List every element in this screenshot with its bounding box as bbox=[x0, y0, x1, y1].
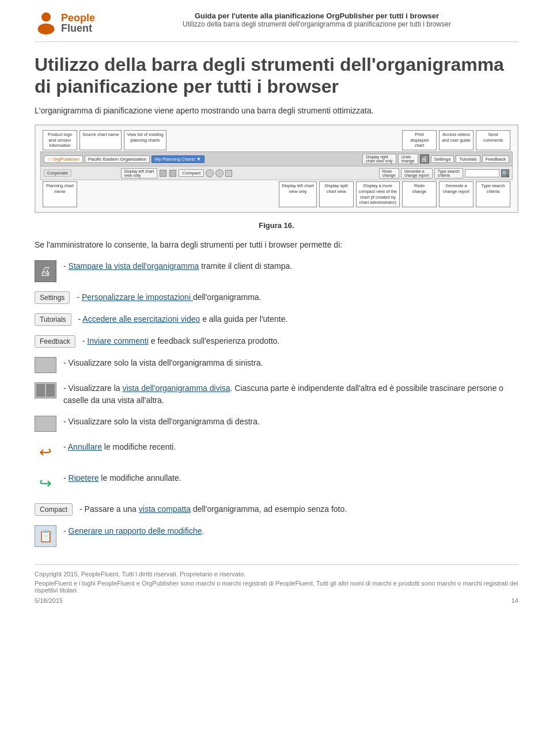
planning-charts-btn[interactable]: My Planning Charts ▼ bbox=[151, 155, 204, 163]
footer-page-number: 14 bbox=[512, 597, 518, 604]
feature-right-view-text: - Visualizzare solo la vista dell'organi… bbox=[63, 416, 518, 428]
feedback-btn-icon: Feedback bbox=[35, 335, 75, 348]
print-icon-large: 🖨 bbox=[35, 260, 56, 282]
toolbar-row-2: Corporate Display left chartview only Co… bbox=[40, 166, 513, 180]
peoplefluent-logo-icon bbox=[35, 12, 58, 35]
logo-box: People Fluent bbox=[35, 12, 115, 35]
link-compact[interactable]: vista compatta bbox=[139, 504, 191, 514]
logo-area: People Fluent bbox=[35, 12, 115, 35]
feature-tutorials-text: - Accedere alle esercitazioni video e al… bbox=[78, 313, 518, 325]
split-view-icon-2 bbox=[169, 170, 176, 177]
split-view-icon-1 bbox=[160, 170, 166, 177]
link-tutorials[interactable]: Accedere alle esercitazioni video bbox=[82, 314, 200, 324]
link-feedback[interactable]: Inviare commenti bbox=[87, 336, 149, 345]
intro-text: L'organigramma di pianificazione viene a… bbox=[35, 106, 518, 115]
feature-split-view: - Visualizzare la vista dell'organigramm… bbox=[35, 382, 518, 407]
feature-feedback: Feedback - Inviare commenti e feedback s… bbox=[35, 335, 518, 348]
right-view-icon bbox=[35, 416, 56, 432]
link-undo[interactable]: Annullare bbox=[68, 442, 102, 451]
link-split-view[interactable]: vista dell'organigramma divisa bbox=[122, 383, 230, 393]
feature-report: 📋 - Generare un rapporto delle modifiche… bbox=[35, 525, 518, 547]
tutorials-btn-icon: Tutorials bbox=[35, 313, 71, 326]
display-right-btn[interactable]: Display rightchart view only bbox=[362, 154, 396, 164]
settings-btn[interactable]: Settings bbox=[431, 155, 454, 163]
undo-btn[interactable]: Undochange bbox=[398, 154, 418, 164]
logo-fluent-text: Fluent bbox=[61, 23, 95, 33]
report-icon-large: 📋 bbox=[35, 525, 56, 547]
feature-redo-text: - Ripetere le modifiche annullate. bbox=[63, 472, 518, 484]
figure-caption: Figura 16. bbox=[35, 221, 518, 230]
page-title: Utilizzo della barra degli strumenti del… bbox=[35, 54, 518, 98]
svg-point-1 bbox=[38, 24, 55, 35]
redo-icon: ↪ bbox=[35, 472, 56, 494]
header-title-area: Guida per l'utente alla pianificazione O… bbox=[115, 12, 518, 28]
annot-compact-view: Display a morecompact view of thechart (… bbox=[356, 181, 400, 207]
logo-people-text: People bbox=[61, 13, 95, 23]
corporate-label: Corporate bbox=[44, 169, 71, 177]
tutorials-btn[interactable]: Tutorials bbox=[456, 155, 480, 163]
feature-redo: ↪ - Ripetere le modifiche annullate. bbox=[35, 472, 518, 494]
toolbar-diagram: Product logoand versioninformation Sourc… bbox=[35, 124, 518, 213]
link-redo[interactable]: Ripetere bbox=[69, 473, 99, 483]
search-criteria-btn[interactable]: Type searchcriteria bbox=[434, 168, 463, 178]
compact-icon bbox=[206, 169, 214, 177]
annot-product-logo: Product logoand versioninformation bbox=[43, 130, 77, 150]
header-main-title: Guida per l'utente alla pianificazione O… bbox=[115, 12, 518, 20]
display-left-btn[interactable]: Display left chartview only bbox=[121, 168, 158, 178]
trademark-text: PeopleFluent e i loghi PeopleFluent e Or… bbox=[35, 580, 518, 594]
compact-btn[interactable]: Compact bbox=[179, 169, 204, 177]
annot-display-split: Display splitchart view bbox=[319, 181, 354, 207]
feature-tutorials: Tutorials - Accedere alle esercitazioni … bbox=[35, 313, 518, 326]
feature-undo: ↩ - Annullare le modifiche recenti. bbox=[35, 441, 518, 463]
feature-undo-text: - Annullare le modifiche recenti. bbox=[63, 441, 518, 453]
annot-planning-chart-name: Planning chartname bbox=[43, 181, 77, 207]
feature-compact: Compact - Passare a una vista compatta d… bbox=[35, 503, 518, 516]
preamble-text: Se l'amministratore lo consente, la barr… bbox=[35, 239, 518, 251]
annot-source-chart: Source chart name bbox=[79, 130, 122, 150]
feature-feedback-text: - Inviare commenti e feedback sull'esper… bbox=[82, 335, 518, 347]
svg-point-0 bbox=[41, 13, 51, 22]
search-box[interactable] bbox=[465, 169, 499, 177]
report-icon bbox=[225, 170, 232, 177]
logo-text: People Fluent bbox=[61, 13, 95, 33]
toolbar-row-1: ☆ OrgPublisher Pacific Eastern Organizat… bbox=[40, 151, 513, 166]
feature-print: 🖨 - Stampare la vista dell'organigramma … bbox=[35, 260, 518, 282]
settings-btn-icon: Settings bbox=[35, 291, 70, 304]
annot-redo: Redochange bbox=[402, 181, 437, 207]
change-report-btn[interactable]: Generate achange report bbox=[401, 168, 433, 178]
feature-left-view-text: - Visualizzare solo la vista dell'organi… bbox=[63, 357, 518, 369]
split-view-icon bbox=[35, 382, 56, 398]
page-footer: Copyright 2015, PeopleFluent. Tutti i di… bbox=[35, 564, 518, 604]
footer-date: 5/18/2015 bbox=[35, 597, 63, 604]
footer-page-row: 5/18/2015 14 bbox=[35, 597, 518, 604]
link-print[interactable]: Stampare la vista dell'organigramma bbox=[69, 261, 199, 271]
annot-access-videos: Access videosand user guide bbox=[439, 130, 474, 150]
link-settings[interactable]: Personalizzare le impostazioni bbox=[82, 292, 193, 302]
orgpublisher-logo-btn[interactable]: ☆ OrgPublisher bbox=[44, 155, 83, 163]
link-report[interactable]: Generare un rapporto delle modifiche bbox=[69, 526, 202, 535]
annot-view-list: View list of existingplanning charts bbox=[124, 130, 166, 150]
bottom-annotations: Planning chartname Display left chartvie… bbox=[40, 181, 513, 207]
print-icon[interactable]: 🖨 bbox=[420, 154, 429, 164]
feature-report-text: - Generare un rapporto delle modifiche. bbox=[63, 525, 518, 537]
annot-display-left: Display left chartview only bbox=[279, 181, 316, 207]
annot-send-comments: Sendcomments bbox=[476, 130, 510, 150]
feature-right-view: - Visualizzare solo la vista dell'organi… bbox=[35, 416, 518, 432]
feature-split-view-text: - Visualizzare la vista dell'organigramm… bbox=[63, 382, 518, 407]
annot-change-report: Generate achange report bbox=[439, 181, 474, 207]
annot-search: Type searchcriteria bbox=[476, 181, 510, 207]
left-view-icon bbox=[35, 357, 56, 373]
feedback-btn[interactable]: Feedback bbox=[482, 155, 509, 163]
copyright-text: Copyright 2015, PeopleFluent. Tutti i di… bbox=[35, 571, 518, 578]
redo-btn[interactable]: Redochange bbox=[379, 168, 399, 178]
top-annotations: Product logoand versioninformation Sourc… bbox=[40, 130, 513, 150]
source-chart-btn[interactable]: Pacific Eastern Organization bbox=[85, 155, 150, 163]
feature-compact-text: - Passare a una vista compatta dell'orga… bbox=[79, 503, 518, 515]
undo-icon: ↩ bbox=[35, 441, 56, 463]
search-icon[interactable]: 🔍 bbox=[501, 169, 509, 177]
compact-btn-icon: Compact bbox=[35, 503, 73, 516]
annot-print: Printdisplayedchart bbox=[402, 130, 437, 150]
feature-left-view: - Visualizzare solo la vista dell'organi… bbox=[35, 357, 518, 373]
feature-settings: Settings - Personalizzare le impostazion… bbox=[35, 291, 518, 304]
feature-print-text: - Stampare la vista dell'organigramma tr… bbox=[63, 260, 518, 272]
